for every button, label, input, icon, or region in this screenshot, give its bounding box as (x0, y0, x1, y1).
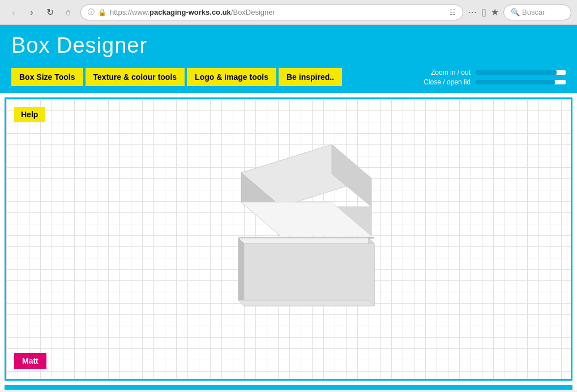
forward-button[interactable]: › (24, 5, 40, 20)
svg-marker-8 (244, 244, 374, 306)
browser-chrome: ‹ › ↻ ⌂ ⓘ 🔒 https://www.packaging-works.… (0, 0, 577, 25)
zoom-slider[interactable] (475, 70, 566, 75)
address-bar[interactable]: ⓘ 🔒 https://www.packaging-works.co.uk/Bo… (80, 5, 463, 20)
close-open-slider[interactable] (475, 80, 566, 84)
reader-icon: ☷ (450, 8, 456, 16)
zoom-controls: Zoom in / out Close / open lid (420, 69, 566, 86)
close-open-row: Close / open lid (420, 78, 566, 86)
url-text: https://www.packaging-works.co.uk/BoxDes… (110, 8, 446, 16)
logo-image-tools-button[interactable]: Logo & image tools (187, 68, 276, 86)
zoom-label: Zoom in / out (420, 69, 471, 76)
search-placeholder: Buscar (522, 8, 545, 16)
help-button[interactable]: Help (14, 107, 45, 122)
box-size-tools-button[interactable]: Box Size Tools (11, 68, 83, 86)
bookmark-icon[interactable]: ★ (491, 7, 499, 18)
header: Box Designer Box Size Tools Texture & co… (0, 25, 577, 93)
search-bar[interactable]: 🔍 Buscar (503, 5, 571, 20)
menu-icon[interactable]: ⋯ (468, 7, 477, 18)
lock-icon: 🔒 (98, 8, 106, 16)
close-open-label: Close / open lid (420, 78, 471, 86)
bottom-bar (5, 385, 572, 390)
canvas-area: Help (5, 97, 572, 381)
security-icon: ⓘ (88, 7, 95, 17)
page: Box Designer Box Size Tools Texture & co… (0, 25, 577, 390)
browser-icons: ⋯ ▯ ★ (468, 7, 499, 18)
back-button[interactable]: ‹ (6, 5, 22, 20)
be-inspired-button[interactable]: Be inspired.. (279, 68, 342, 86)
matt-button[interactable]: Matt (14, 353, 46, 369)
pocket-icon[interactable]: ▯ (481, 7, 486, 18)
svg-marker-1 (332, 144, 371, 207)
texture-colour-tools-button[interactable]: Texture & colour tools (86, 68, 185, 86)
home-button[interactable]: ⌂ (60, 5, 76, 20)
svg-marker-9 (238, 300, 374, 306)
nav-buttons: ‹ › ↻ ⌂ (6, 5, 76, 20)
toolbar: Box Size Tools Texture & colour tools Lo… (11, 68, 566, 93)
box-3d-model (207, 127, 388, 322)
refresh-button[interactable]: ↻ (42, 5, 58, 20)
zoom-row: Zoom in / out (420, 69, 566, 76)
svg-marker-5 (238, 238, 374, 244)
svg-marker-7 (238, 238, 244, 306)
search-icon: 🔍 (511, 8, 520, 16)
page-title: Box Designer (11, 33, 566, 58)
